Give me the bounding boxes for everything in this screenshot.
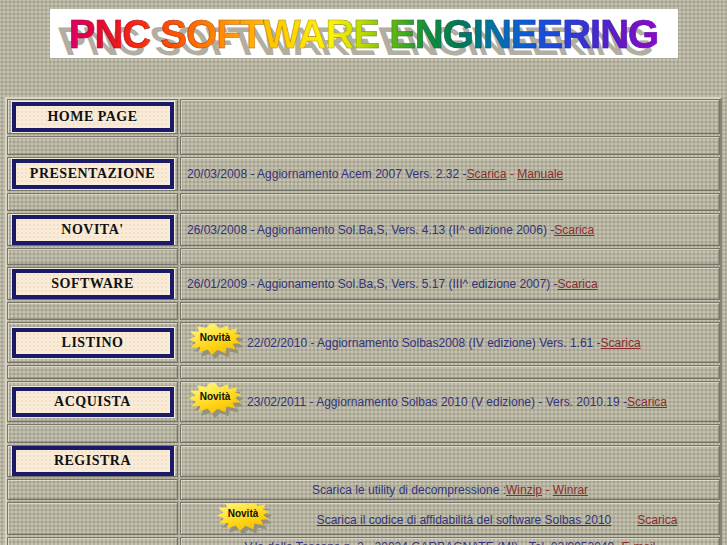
- news-text: 20/03/2008 - Aggiornamento Acem 2007 Ver…: [187, 167, 467, 181]
- news-text: 26/01/2009 - Aggionamento Sol.Ba,S, Vers…: [187, 277, 558, 291]
- manuale-link[interactable]: Manuale: [517, 167, 563, 181]
- link-separator: -: [507, 167, 518, 181]
- sidebar-item-acquista[interactable]: ACQUISTA: [12, 387, 174, 417]
- scarica-link[interactable]: Scarica: [554, 223, 594, 237]
- title-banner: PNC SOFTWARE ENGINEERING PNC SOFTWARE EN…: [50, 9, 678, 58]
- news-cell-empty-1: [180, 99, 720, 134]
- spacer-cell: [180, 136, 720, 155]
- novita-badge-icon: Novità: [189, 324, 241, 355]
- codice-text: Scarica il codice di affidabilità del so…: [317, 513, 612, 527]
- spacer-cell: [7, 248, 178, 265]
- codice-line: Scarica il codice di affidabilità del so…: [275, 510, 719, 528]
- sidebar-item-label: PRESENTAZIONE: [15, 162, 171, 186]
- sidebar-item-label: HOME PAGE: [15, 105, 171, 129]
- news-row-solbas2010: Novità 23/02/2011 - Aggiornamento Solbas…: [180, 381, 720, 422]
- page-title: PNC SOFTWARE ENGINEERING: [50, 11, 678, 57]
- badge-label: Novità: [217, 508, 269, 519]
- news-cell-empty-2: [180, 445, 720, 477]
- spacer-cell: [180, 248, 720, 265]
- sidebar-cell-registra: REGISTRA: [7, 445, 178, 477]
- spacer-cell: [7, 365, 178, 379]
- sidebar-item-presentazione[interactable]: PRESENTAZIONE: [12, 159, 174, 189]
- sidebar-item-label: REGISTRA: [15, 449, 171, 473]
- sidebar-item-label: LISTINO: [15, 331, 171, 355]
- sidebar-cell-listino: LISTINO: [7, 322, 178, 363]
- sidebar-item-label: SOFTWARE: [15, 272, 171, 296]
- sidebar-cell-empty-3: [7, 537, 178, 545]
- sidebar-cell-empty-2: [7, 502, 178, 535]
- winrar-link[interactable]: Winrar: [553, 483, 588, 497]
- news-row-solbas413: 26/03/2008 - Aggionamento Sol.Ba,S, Vers…: [180, 213, 720, 246]
- main-table: HOME PAGE PRESENTAZIONE 20/03/2008 - Agg…: [5, 97, 722, 545]
- sidebar-item-listino[interactable]: LISTINO: [12, 328, 174, 358]
- footer-row: V.le della Toscana n. 2 - 20024 GARBAGNA…: [180, 537, 720, 545]
- news-row-solbas517: 26/01/2009 - Aggionamento Sol.Ba,S, Vers…: [180, 267, 720, 300]
- spacer-cell: [7, 424, 178, 443]
- sidebar-item-novita[interactable]: NOVITA': [12, 215, 174, 245]
- spacer-cell: [180, 193, 720, 211]
- sidebar-cell-novita: NOVITA': [7, 213, 178, 246]
- spacer-cell: [7, 136, 178, 155]
- news-row-solbas2008: Novità 22/02/2010 - Aggiornamento Solbas…: [180, 322, 720, 363]
- news-text: Scarica le utility di decompressione :: [312, 483, 506, 497]
- news-row-codice: Novità Scarica il codice di affidabilità…: [180, 502, 720, 535]
- spacer-cell: [180, 302, 720, 320]
- news-row-acem: 20/03/2008 - Aggiornamento Acem 2007 Ver…: [180, 157, 720, 191]
- spacer-cell: [7, 193, 178, 211]
- sidebar-cell-presentazione: PRESENTAZIONE: [7, 157, 178, 191]
- badge-label: Novità: [189, 332, 241, 343]
- email-link[interactable]: E-mail: [622, 540, 656, 545]
- scarica-link[interactable]: Scarica: [467, 167, 507, 181]
- sidebar-cell-empty-1: [7, 479, 178, 500]
- winzip-link[interactable]: Winzip: [506, 483, 542, 497]
- novita-badge-icon: Novità: [217, 502, 269, 531]
- footer-text: V.le della Toscana n. 2 - 20024 GARBAGNA…: [244, 540, 621, 545]
- badge-label: Novità: [189, 391, 241, 402]
- sidebar-item-software[interactable]: SOFTWARE: [12, 269, 174, 299]
- sidebar-item-home-page[interactable]: HOME PAGE: [12, 102, 174, 132]
- spacer-cell: [180, 365, 720, 379]
- news-row-utility: Scarica le utility di decompressione : W…: [180, 479, 720, 500]
- scarica-link[interactable]: Scarica: [601, 336, 641, 350]
- novita-badge-icon: Novità: [189, 383, 241, 414]
- sidebar-item-registra[interactable]: REGISTRA: [12, 446, 174, 476]
- sidebar-item-label: NOVITA': [15, 218, 171, 242]
- sidebar-cell-acquista: ACQUISTA: [7, 381, 178, 422]
- spacer-cell: [180, 424, 720, 443]
- scarica-link[interactable]: Scarica: [558, 277, 598, 291]
- sidebar-cell-home: HOME PAGE: [7, 99, 178, 134]
- spacer-cell: [7, 302, 178, 320]
- news-text: 26/03/2008 - Aggionamento Sol.Ba,S, Vers…: [187, 223, 554, 237]
- sidebar-item-label: ACQUISTA: [15, 390, 171, 414]
- scarica-link[interactable]: Scarica: [637, 513, 677, 527]
- news-text: 22/02/2010 - Aggiornamento Solbas2008 (I…: [247, 336, 601, 350]
- news-text: 23/02/2011 - Aggiornamento Solbas 2010 (…: [247, 395, 627, 409]
- sidebar-cell-software: SOFTWARE: [7, 267, 178, 300]
- link-separator: -: [542, 483, 553, 497]
- scarica-link[interactable]: Scarica: [627, 395, 667, 409]
